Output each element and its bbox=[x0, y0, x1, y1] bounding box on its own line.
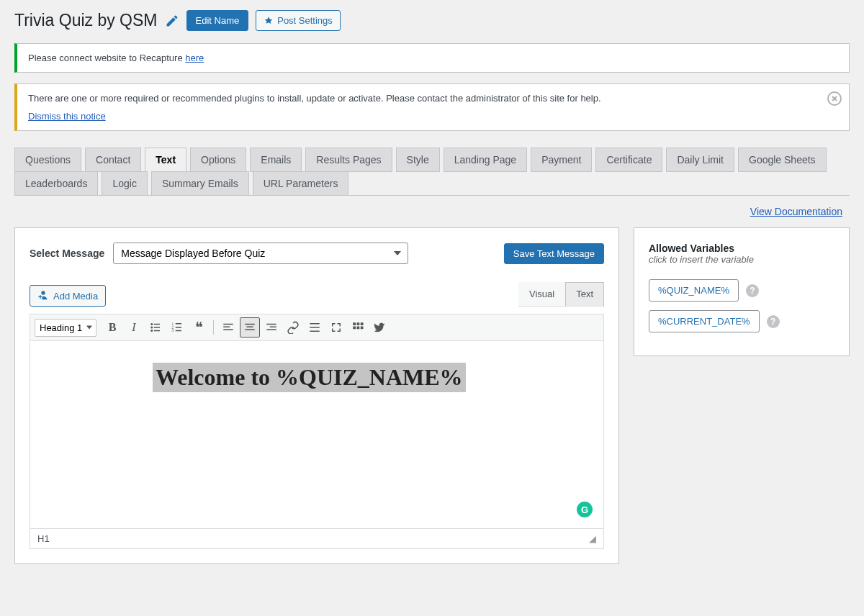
number-list-icon[interactable]: 123 bbox=[167, 317, 187, 338]
svg-rect-18 bbox=[245, 329, 255, 330]
tab-logic[interactable]: Logic bbox=[102, 171, 147, 196]
svg-rect-8 bbox=[176, 323, 181, 325]
svg-rect-12 bbox=[176, 330, 181, 332]
editor-tab-visual[interactable]: Visual bbox=[518, 282, 565, 306]
link-icon[interactable] bbox=[283, 317, 303, 338]
svg-rect-2 bbox=[154, 324, 160, 325]
page-title: Trivia Quiz by QSM bbox=[14, 11, 158, 30]
svg-rect-4 bbox=[154, 327, 160, 328]
editor-body[interactable]: Welcome to %QUIZ_NAME% G bbox=[30, 341, 603, 528]
read-more-icon[interactable] bbox=[305, 317, 325, 338]
quote-icon[interactable]: ❝ bbox=[189, 317, 209, 338]
tab-google-sheets[interactable]: Google Sheets bbox=[738, 148, 827, 172]
italic-icon[interactable]: I bbox=[124, 317, 144, 338]
tab-leaderboards[interactable]: Leaderboards bbox=[14, 171, 98, 196]
align-right-icon[interactable] bbox=[261, 317, 282, 338]
svg-rect-29 bbox=[357, 327, 360, 330]
editor-tab-text[interactable]: Text bbox=[565, 282, 604, 306]
svg-rect-21 bbox=[266, 329, 276, 330]
toolbar-toggle-icon[interactable] bbox=[348, 317, 368, 338]
close-icon[interactable] bbox=[827, 91, 842, 106]
svg-rect-27 bbox=[361, 322, 364, 325]
help-icon[interactable]: ? bbox=[767, 315, 780, 328]
allowed-variables-subtitle: click to insert the variable bbox=[649, 254, 834, 265]
add-media-button[interactable]: Add Media bbox=[30, 285, 106, 307]
save-text-message-button[interactable]: Save Text Message bbox=[504, 243, 604, 264]
svg-rect-20 bbox=[270, 327, 276, 328]
edit-icon bbox=[165, 14, 179, 28]
variable-row: %QUIZ_NAME%? bbox=[649, 279, 834, 302]
tab-results-pages[interactable]: Results Pages bbox=[305, 148, 392, 172]
tab-url-parameters[interactable]: URL Parameters bbox=[253, 171, 349, 196]
svg-rect-24 bbox=[310, 331, 320, 332]
svg-text:3: 3 bbox=[172, 328, 174, 332]
media-icon bbox=[37, 290, 49, 302]
bullet-list-icon[interactable] bbox=[145, 317, 166, 338]
select-message-dropdown[interactable]: Message Displayed Before Quiz bbox=[113, 243, 408, 264]
tab-daily-limit[interactable]: Daily Limit bbox=[666, 148, 734, 172]
svg-rect-13 bbox=[223, 324, 233, 325]
tab-emails[interactable]: Emails bbox=[250, 148, 302, 172]
grammarly-icon[interactable]: G bbox=[577, 502, 593, 517]
twitter-icon[interactable] bbox=[369, 317, 390, 338]
tab-text[interactable]: Text bbox=[145, 148, 186, 172]
editor-content: Welcome to %QUIZ_NAME% bbox=[153, 363, 466, 392]
main-panel: Select Message Message Displayed Before … bbox=[14, 227, 619, 564]
variable-row: %CURRENT_DATE%? bbox=[649, 310, 834, 332]
svg-rect-10 bbox=[176, 327, 181, 328]
resize-handle-icon[interactable]: ◢ bbox=[589, 533, 596, 544]
svg-rect-14 bbox=[223, 327, 230, 328]
tab-certificate[interactable]: Certificate bbox=[595, 148, 662, 172]
format-select[interactable]: Heading 1 bbox=[35, 319, 96, 337]
svg-rect-15 bbox=[223, 329, 233, 330]
tab-questions[interactable]: Questions bbox=[14, 148, 81, 172]
svg-rect-26 bbox=[357, 322, 360, 325]
svg-rect-23 bbox=[310, 327, 320, 328]
tab-payment[interactable]: Payment bbox=[531, 148, 592, 172]
view-documentation-link[interactable]: View Documentation bbox=[750, 206, 842, 217]
variable-button[interactable]: %CURRENT_DATE% bbox=[649, 310, 760, 332]
plugins-notice: There are one or more required or recomm… bbox=[14, 83, 850, 131]
svg-rect-16 bbox=[245, 324, 255, 325]
align-center-icon[interactable] bbox=[240, 317, 260, 338]
svg-rect-6 bbox=[154, 330, 160, 332]
tab-summary-emails[interactable]: Summary Emails bbox=[151, 171, 249, 196]
post-settings-button[interactable]: Post Settings bbox=[256, 10, 341, 31]
nav-tabs: QuestionsContactTextOptionsEmailsResults… bbox=[14, 142, 850, 196]
svg-rect-30 bbox=[361, 327, 364, 330]
svg-rect-17 bbox=[247, 327, 253, 328]
svg-point-3 bbox=[150, 327, 153, 329]
align-left-icon[interactable] bbox=[218, 317, 238, 338]
fullscreen-icon[interactable] bbox=[326, 317, 346, 338]
editor-toolbar: Heading 1 B I 123 ❝ bbox=[30, 314, 603, 341]
svg-rect-28 bbox=[353, 327, 356, 330]
svg-rect-22 bbox=[310, 323, 320, 325]
variable-button[interactable]: %QUIZ_NAME% bbox=[649, 279, 739, 302]
editor-status-path: H1 bbox=[37, 533, 50, 544]
svg-point-1 bbox=[150, 323, 153, 325]
edit-name-button[interactable]: Edit Name bbox=[186, 10, 249, 31]
help-icon[interactable]: ? bbox=[746, 284, 759, 297]
recapture-link[interactable]: here bbox=[185, 53, 204, 63]
sidebar-panel: Allowed Variables click to insert the va… bbox=[634, 227, 850, 356]
tab-landing-page[interactable]: Landing Page bbox=[444, 148, 527, 172]
select-message-label: Select Message bbox=[30, 248, 104, 259]
settings-icon bbox=[264, 16, 274, 26]
dismiss-notice-link[interactable]: Dismiss this notice bbox=[28, 111, 106, 122]
bold-icon[interactable]: B bbox=[102, 317, 122, 338]
tab-options[interactable]: Options bbox=[190, 148, 246, 172]
svg-point-5 bbox=[150, 330, 153, 332]
svg-rect-19 bbox=[266, 324, 276, 325]
recapture-notice: Please connect website to Recapture here bbox=[14, 43, 850, 73]
svg-rect-25 bbox=[353, 322, 356, 325]
allowed-variables-title: Allowed Variables bbox=[649, 243, 834, 254]
tab-contact[interactable]: Contact bbox=[85, 148, 141, 172]
tab-style[interactable]: Style bbox=[396, 148, 440, 172]
